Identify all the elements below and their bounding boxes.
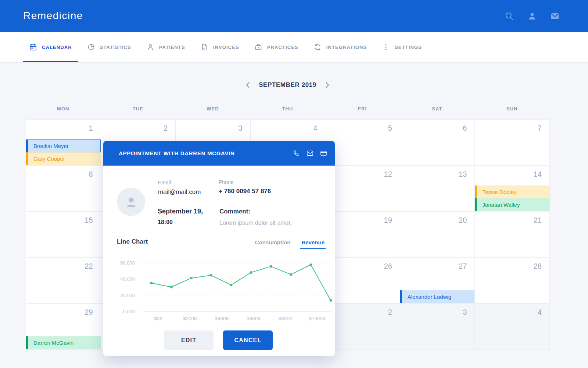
y-axis-tick: 0,000 (123, 309, 135, 314)
avatar (117, 188, 145, 216)
active-tab-underline (23, 61, 78, 62)
chart-point (190, 277, 193, 279)
tab-patients[interactable]: PATIENTS (147, 32, 185, 62)
comment-text: Lorem ipsum dolor sit amet, (219, 220, 292, 226)
y-axis-tick: 60,000 (120, 260, 135, 266)
event-label: Tessie Dooley (482, 189, 516, 195)
day-cell[interactable]: 29Darren McGavin (26, 304, 101, 350)
day-cell[interactable]: 15 (26, 212, 101, 258)
phone-label: Phone (219, 179, 233, 185)
day-number: 3 (463, 308, 467, 316)
edit-button[interactable]: EDIT (164, 330, 214, 350)
patients-icon (147, 43, 154, 51)
day-cell[interactable]: 12 (325, 166, 400, 212)
calendar-event[interactable]: Darren McGavin (26, 336, 101, 349)
event-label: Jonatan Walley (482, 202, 520, 208)
appointment-time: 18:00 (158, 219, 173, 226)
weekday-label: WED (175, 106, 250, 113)
chart-point (170, 286, 173, 289)
tab-invoices[interactable]: INVOICES (201, 32, 239, 62)
weekday-label: SUN (474, 106, 549, 113)
y-axis-tick: 40,000 (120, 276, 135, 282)
mail-icon[interactable] (551, 12, 559, 21)
calendar-event[interactable]: Breckin Meyer (26, 139, 101, 152)
tab-practices[interactable]: PRACTICES (255, 32, 298, 62)
chart-point (330, 299, 332, 302)
card-icon[interactable] (320, 150, 327, 156)
email-label: Email (158, 180, 171, 185)
day-number: 29 (85, 308, 93, 316)
day-number: 3 (239, 124, 243, 132)
calendar-event[interactable]: Alexander Ludwig (400, 290, 475, 303)
phone-icon[interactable] (293, 150, 300, 156)
comment-label: Comment: (219, 208, 250, 215)
day-number: 12 (384, 170, 392, 178)
chart-tabs: Consumption Revenue (255, 239, 325, 249)
statistics-icon (87, 43, 95, 51)
day-cell[interactable]: 19 (325, 212, 400, 258)
day-cell[interactable]: 7 (475, 120, 550, 166)
event-label: Breckin Meyer (33, 143, 69, 149)
day-number: 4 (538, 308, 542, 316)
next-month-button[interactable] (325, 82, 330, 88)
day-number: 6 (463, 124, 467, 132)
chart-point (210, 274, 212, 277)
day-cell[interactable]: 28 (475, 258, 550, 304)
tab-statistics[interactable]: STATISTICS (87, 32, 131, 62)
day-cell[interactable]: 4 (475, 304, 550, 350)
event-label: Gary Cooper (33, 156, 65, 162)
tab-settings[interactable]: SETTINGS (382, 32, 422, 62)
day-number: 27 (459, 262, 467, 270)
day-cell[interactable]: 14Tessie DooleyJonatan Walley (475, 166, 550, 212)
tab-consumption[interactable]: Consumption (255, 239, 291, 249)
chart-point (290, 273, 292, 276)
day-number: 7 (538, 124, 542, 132)
day-number: 26 (384, 262, 392, 270)
day-cell[interactable]: 27Alexander Ludwig (400, 258, 475, 304)
calendar-event[interactable]: Gary Cooper (26, 152, 101, 165)
search-icon[interactable] (505, 12, 514, 21)
calendar-event[interactable]: Tessie Dooley (475, 185, 549, 198)
weekday-label: SAT (400, 106, 475, 113)
x-axis-tick: $600K (247, 316, 261, 321)
brand-logo: Remedicine (23, 10, 83, 22)
prev-month-button[interactable] (245, 82, 250, 88)
day-number: 2 (164, 124, 168, 132)
day-cell[interactable]: 5 (325, 120, 400, 166)
day-cell[interactable]: 3 (400, 304, 475, 350)
day-cell[interactable]: 26 (325, 258, 400, 304)
x-axis-tick: $1000K (309, 316, 326, 321)
day-number: 2 (388, 308, 392, 316)
day-cell[interactable]: 13 (400, 166, 475, 212)
day-number: 5 (388, 124, 392, 132)
chart-point (270, 265, 272, 268)
y-axis-tick: 20,000 (120, 293, 135, 298)
avatar-person-icon (124, 195, 139, 209)
day-number: 1 (89, 124, 93, 132)
chart-point (250, 271, 252, 274)
tab-integrations[interactable]: INTEGRATIONS (314, 32, 367, 62)
x-axis-tick: $200K (183, 316, 197, 321)
day-cell[interactable]: 21 (475, 212, 550, 258)
day-cell[interactable]: 1Breckin MeyerGary Cooper (26, 120, 101, 166)
modal-buttons: EDIT CANCEL (164, 330, 273, 350)
tab-label: CALENDAR (42, 45, 72, 50)
cancel-button[interactable]: CANCEL (223, 330, 273, 350)
day-cell[interactable]: 6 (400, 120, 475, 166)
day-cell[interactable]: 8 (26, 166, 101, 212)
day-cell[interactable]: 20 (400, 212, 475, 258)
envelope-icon[interactable] (307, 150, 313, 156)
chart-point (230, 284, 232, 286)
chart-line (151, 265, 331, 301)
month-title: SEPTEMBER 2019 (259, 81, 316, 89)
tab-label: PATIENTS (159, 45, 185, 50)
tab-calendar[interactable]: CALENDAR (29, 32, 72, 62)
day-cell[interactable]: 22 (26, 258, 101, 304)
calendar-event[interactable]: Jonatan Walley (475, 198, 549, 211)
user-icon[interactable] (528, 12, 537, 21)
calendar-icon (29, 43, 37, 51)
day-cell[interactable]: 2 (325, 304, 400, 350)
tab-label: INVOICES (213, 45, 239, 50)
tab-revenue[interactable]: Revenue (301, 239, 325, 249)
tab-label: PRACTICES (267, 45, 298, 50)
